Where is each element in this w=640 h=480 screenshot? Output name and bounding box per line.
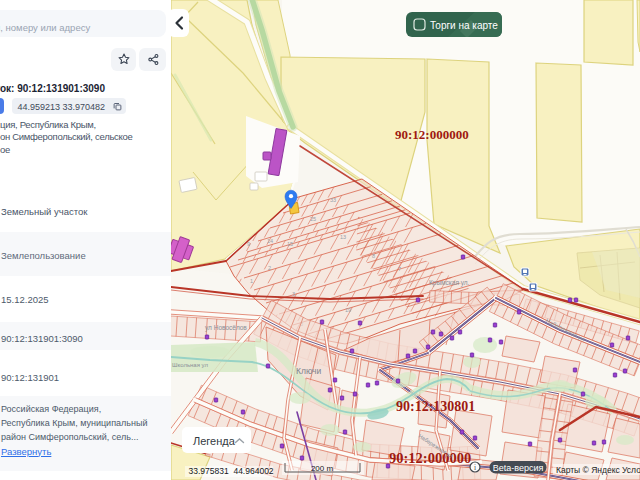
svg-text:3: 3 xyxy=(292,291,295,297)
svg-text:33: 33 xyxy=(330,197,336,203)
svg-text:i: i xyxy=(474,463,476,472)
svg-text:14: 14 xyxy=(267,238,273,244)
svg-text:19: 19 xyxy=(345,307,351,313)
svg-text:ул Новосёлов: ул Новосёлов xyxy=(205,324,247,332)
svg-text:1: 1 xyxy=(250,278,253,284)
svg-text:Торги на карте: Торги на карте xyxy=(430,20,498,31)
svg-text:Школьная ул: Школьная ул xyxy=(172,362,208,368)
svg-text:13: 13 xyxy=(340,234,346,240)
svg-text:Усло: Усло xyxy=(622,465,640,475)
svg-text:33.975831 44.964002: 33.975831 44.964002 xyxy=(189,466,274,476)
svg-text:Легенда: Легенда xyxy=(193,435,236,447)
svg-text:Карты © Яндекс: Карты © Яндекс xyxy=(556,465,621,475)
svg-text:2: 2 xyxy=(268,265,271,271)
svg-text:25: 25 xyxy=(310,216,316,222)
svg-text:7: 7 xyxy=(398,266,401,272)
svg-text:90:12:130801: 90:12:130801 xyxy=(396,399,475,414)
svg-text:8: 8 xyxy=(372,253,375,259)
svg-text:15: 15 xyxy=(287,241,293,247)
svg-text:200 m: 200 m xyxy=(311,464,334,473)
svg-text:Ключи: Ключи xyxy=(296,366,322,376)
svg-text:Beta-версия: Beta-версия xyxy=(493,463,544,473)
svg-text:Крымская ул.: Крымская ул. xyxy=(429,279,470,287)
svg-text:90:12:000000: 90:12:000000 xyxy=(395,127,469,142)
svg-text:90:12:000000: 90:12:000000 xyxy=(389,450,471,466)
